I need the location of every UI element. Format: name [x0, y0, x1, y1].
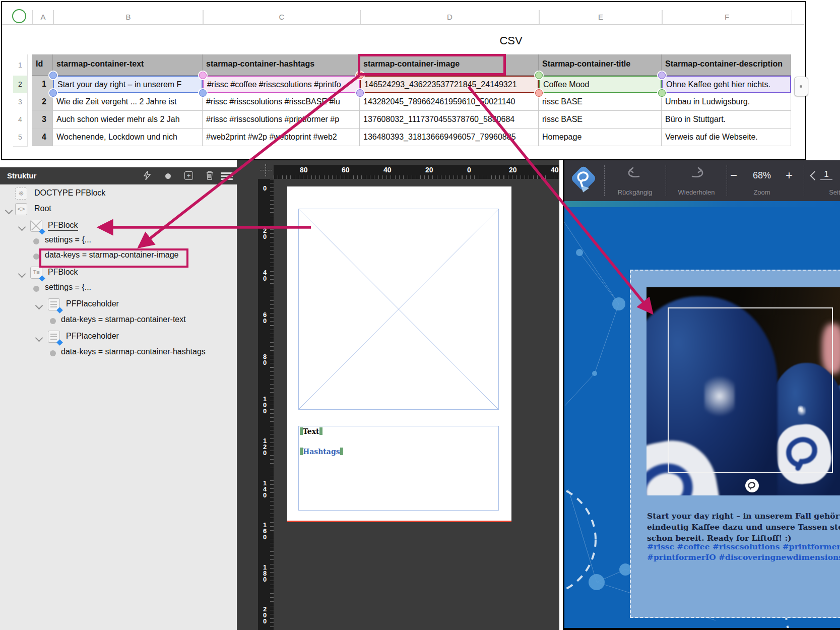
column-letter-C[interactable]: C	[203, 10, 361, 24]
cell-id-row2[interactable]: 2	[32, 93, 53, 111]
redo-icon[interactable]	[688, 167, 705, 183]
tree-item-placeholder[interactable]: PFPlaceholder	[0, 298, 237, 313]
cell-text-row2[interactable]: Wie die Zeit vergeht ... 2 Jahre ist	[53, 93, 203, 111]
selection-handle[interactable]	[199, 72, 207, 79]
crop-selection-frame[interactable]	[668, 307, 833, 473]
cell-id-row3[interactable]: 3	[32, 111, 53, 129]
v-ruler-label: 200	[262, 606, 268, 624]
row-number-1[interactable]: 1	[13, 54, 28, 76]
row-number-2[interactable]: 2	[13, 76, 28, 94]
selection-handle[interactable]	[658, 72, 666, 79]
header-cell-text[interactable]: starmap-container-text	[53, 54, 203, 76]
tree-item-label: DOCTYPE PFBlock	[34, 188, 105, 198]
trash-icon[interactable]	[205, 170, 215, 180]
selection-handle[interactable]	[658, 89, 666, 97]
cell-image-row4[interactable]: 136480393_318136669496057_79960885	[360, 129, 539, 146]
selection-handle[interactable]	[535, 89, 543, 97]
cell-title-row4[interactable]: Homepage	[539, 129, 662, 146]
cell-extend-handle[interactable]	[794, 77, 808, 96]
row-number-3[interactable]: 3	[13, 93, 28, 111]
tree-item-label: Root	[34, 204, 51, 213]
printformer-badge-icon[interactable]	[745, 479, 759, 492]
previous-page-icon[interactable]	[810, 171, 819, 180]
horizontal-ruler: 8060402002040	[274, 165, 559, 179]
column-letter-B[interactable]: B	[53, 10, 204, 24]
cell-description-row3[interactable]: Büro in Stuttgart.	[662, 111, 791, 129]
cell-text-row4[interactable]: Wochenende, Lockdown und nich	[53, 129, 203, 146]
document-page[interactable]: Text Hashtags	[287, 186, 511, 521]
cell-text-row1[interactable]: Start your day right – in unserem F	[53, 76, 203, 93]
image-placeholder-frame[interactable]	[298, 209, 499, 410]
cell-description-row1[interactable]: Ohne Kaffee geht hier nichts.	[662, 76, 791, 93]
chevron-down-icon[interactable]	[35, 334, 43, 342]
bolt-icon[interactable]	[142, 171, 152, 181]
printformer-logo-glyph	[576, 170, 591, 187]
image-block-icon	[30, 220, 42, 232]
zoom-out-button[interactable]: −	[728, 170, 739, 181]
selection-handle[interactable]	[49, 89, 57, 97]
header-cell-title[interactable]: Starmap-container-title	[539, 54, 662, 76]
attribute-dot-icon	[33, 286, 39, 292]
tree-item-attr-deep[interactable]: data-keys = starmap-container-text	[0, 313, 237, 329]
tree-item-attr[interactable]: settings = {...	[0, 281, 237, 296]
tree-item-root[interactable]: <>Root	[0, 203, 237, 218]
selection-handle[interactable]	[199, 89, 207, 97]
undo-icon[interactable]	[626, 167, 643, 183]
cell-hashtags-row3[interactable]: #rissc #risscsolutions #printformer #p	[203, 111, 360, 129]
record-icon[interactable]	[165, 173, 171, 179]
tree-item-attr[interactable]: settings = {...	[0, 234, 237, 249]
text-placeholder-label[interactable]: Text	[300, 427, 322, 435]
cell-description-row4[interactable]: Verweis auf die Webseite.	[662, 129, 791, 146]
post-hashtags[interactable]: #rissc #coffee #risscsolutions #printfor…	[647, 542, 840, 563]
cell-text-row3[interactable]: Auch schon wieder mehr als 2 Jah	[53, 111, 203, 129]
tree-item-doctype[interactable]: ※DOCTYPE PFBlock	[0, 187, 237, 202]
v-ruler-label: 120	[262, 438, 268, 456]
column-letter-E[interactable]: E	[539, 10, 663, 24]
selection-handle[interactable]	[49, 72, 57, 79]
redo-button[interactable]: Wiederholen	[678, 188, 715, 196]
text-placeholder-frame[interactable]: Text Hashtags	[298, 426, 499, 511]
selection-handle[interactable]	[535, 72, 543, 79]
column-letter-D[interactable]: D	[360, 10, 540, 24]
column-letter-F[interactable]: F	[662, 10, 792, 24]
chevron-down-icon[interactable]	[5, 207, 13, 215]
printformer-logo[interactable]	[569, 164, 598, 196]
root-icon: <>	[15, 203, 27, 215]
cell-image-row1[interactable]: 146524293_436223537721845_24149321	[360, 76, 539, 93]
tree-item-image-block[interactable]: PFBlock	[0, 219, 237, 234]
chevron-down-icon[interactable]	[18, 223, 26, 231]
spreadsheet-panel: ABCDEF CSV Idstarmap-container-textstarm…	[1, 1, 806, 160]
chevron-down-icon[interactable]	[35, 302, 43, 310]
column-letter-A[interactable]: A	[32, 10, 54, 24]
row-number-4[interactable]: 4	[13, 111, 28, 129]
page-number[interactable]: 1	[820, 169, 832, 180]
cell-description-row2[interactable]: Umbau in Ludwigsburg.	[662, 93, 791, 111]
cell-id-row4[interactable]: 4	[32, 129, 53, 146]
tree-item-label: PFPlaceholder	[66, 299, 119, 308]
h-ruler-label: 20	[509, 166, 517, 174]
cell-title-row3[interactable]: rissc BASE	[539, 111, 662, 129]
v-ruler-label: 80	[262, 354, 268, 366]
zoom-in-button[interactable]: +	[784, 170, 795, 181]
cell-hashtags-row2[interactable]: #rissc #risscsolutions #risscBASE #lu	[203, 93, 360, 111]
cell-title-row2[interactable]: rissc BASE	[539, 93, 662, 111]
selection-handle[interactable]	[356, 89, 364, 97]
header-cell-hashtags[interactable]: starmap-container-hashtags	[203, 54, 360, 76]
tree-item-text-block[interactable]: T≡PFBlock	[0, 266, 237, 281]
menu-icon[interactable]	[221, 172, 233, 174]
undo-button[interactable]: Rückgängig	[618, 188, 653, 196]
add-node-icon[interactable]: +	[184, 171, 193, 180]
header-cell-description[interactable]: Starmap-container-description	[662, 54, 791, 76]
tree-item-attr-deep[interactable]: data-keys = starmap-container-hashtags	[0, 346, 237, 361]
hashtags-placeholder-label[interactable]: Hashtags	[300, 448, 343, 456]
chevron-down-icon[interactable]	[18, 270, 26, 278]
row-number-5[interactable]: 5	[13, 129, 28, 147]
cell-hashtags-row1[interactable]: #rissc #coffee #risscsolutions #printfo	[203, 76, 360, 93]
tree-item-label: settings = {...	[45, 235, 91, 244]
post-text[interactable]: Start your day right – in unserem Fall g…	[647, 511, 840, 544]
cell-image-row3[interactable]: 137608032_1117370455378760_5880684	[360, 111, 539, 129]
tree-item-placeholder[interactable]: PFPlaceholder	[0, 330, 237, 345]
cell-hashtags-row4[interactable]: #web2print #w2p #webtoprint #web2	[203, 129, 360, 146]
cell-image-row2[interactable]: 143282045_789662461959610_50021140	[360, 93, 539, 111]
cell-title-row1[interactable]: Coffee Mood	[539, 76, 662, 93]
